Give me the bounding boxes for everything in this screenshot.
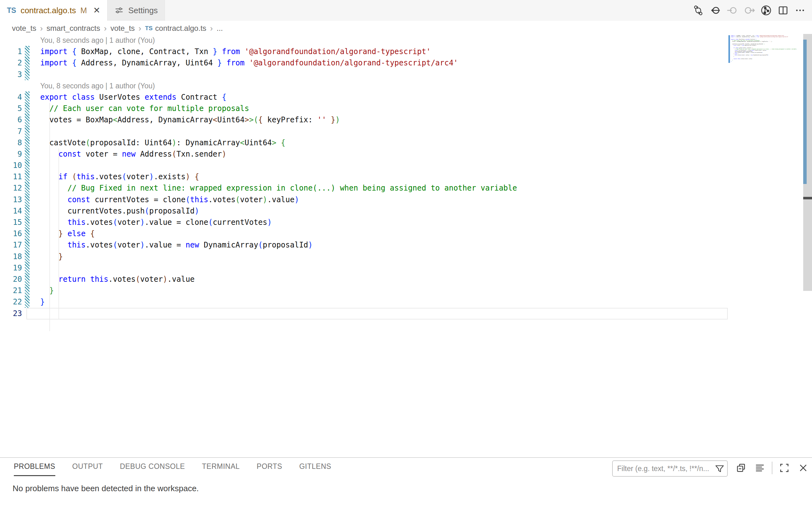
filter-funnel-icon <box>714 463 725 475</box>
panel-tab-problems[interactable]: PROBLEMS <box>14 462 55 476</box>
panel-tab-output[interactable]: OUTPUT <box>72 462 103 476</box>
line-number[interactable]: 13 <box>0 194 22 205</box>
problems-filter-input[interactable] <box>612 460 728 477</box>
line-number[interactable]: 11 <box>0 171 22 182</box>
view-as-table-icon[interactable] <box>753 461 767 475</box>
code-line-text: const currentVotes = clone(this.votes(vo… <box>40 194 299 205</box>
split-editor-icon[interactable] <box>777 4 789 17</box>
code-line-text: this.votes(voter).value = clone(currentV… <box>40 217 272 228</box>
code-line[interactable]: 5 // Each user can vote for multiple pro… <box>0 103 728 114</box>
line-number[interactable]: 23 <box>0 308 22 319</box>
code-line[interactable]: 2import { Address, DynamicArray, Uint64 … <box>0 57 728 68</box>
code-line[interactable]: 13 const currentVotes = clone(this.votes… <box>0 194 728 205</box>
tab-contract-algo-ts[interactable]: TS contract.algo.ts M ✕ <box>0 0 107 21</box>
code-line[interactable]: 18 } <box>0 251 728 262</box>
breadcrumb-item[interactable]: TScontract.algo.ts <box>145 24 206 33</box>
line-number[interactable]: 22 <box>0 296 22 307</box>
code-line[interactable]: 1import { BoxMap, clone, Contract, Txn }… <box>0 46 728 57</box>
breadcrumb-item[interactable]: vote_ts <box>110 24 134 33</box>
code-line[interactable]: 10 <box>0 160 728 171</box>
gitlens-blame-annotation[interactable]: You, 8 seconds ago | 1 author (You) <box>40 80 155 92</box>
problems-message: No problems have been detected in the wo… <box>13 484 199 494</box>
breadcrumb: vote_ts›smart_contracts›vote_ts›TScontra… <box>12 22 223 35</box>
code-line[interactable]: 16 } else { <box>0 228 728 239</box>
close-panel-icon[interactable] <box>796 461 810 475</box>
code-line[interactable]: 15 this.votes(voter).value = clone(curre… <box>0 217 728 228</box>
code-line-text: // Bug Fixed in next line: wrapped expre… <box>40 182 517 194</box>
code-line[interactable]: 6 votes = BoxMap<Address, DynamicArray<U… <box>0 114 728 125</box>
breadcrumb-item[interactable]: smart_contracts <box>46 24 100 33</box>
breadcrumb-separator: › <box>40 24 43 33</box>
commit-graph-icon[interactable] <box>760 4 772 17</box>
code-line[interactable]: 9 const voter = new Address(Txn.sender) <box>0 148 728 160</box>
bottom-panel: PROBLEMSOUTPUTDEBUG CONSOLETERMINALPORTS… <box>0 457 812 522</box>
gutter-diff-added-indicator <box>25 92 29 103</box>
gutter-diff-added-indicator <box>25 182 29 194</box>
code-line[interactable]: 22} <box>0 296 728 307</box>
previous-change-icon[interactable] <box>726 4 738 17</box>
minimap[interactable]: import { BoxMap, clone, Contract, Txn } … <box>731 35 801 67</box>
editor-tab-bar: TS contract.algo.ts M ✕ Settings <box>0 0 812 21</box>
code-line[interactable]: 11 if (this.votes(voter).exists) { <box>0 171 728 182</box>
panel-tab-terminal[interactable]: TERMINAL <box>202 462 240 476</box>
line-number[interactable]: 2 <box>0 57 22 68</box>
code-line-text: import { BoxMap, clone, Contract, Txn } … <box>40 46 431 57</box>
code-line-text: } <box>40 285 54 296</box>
code-line[interactable]: 12 // Bug Fixed in next line: wrapped ex… <box>0 182 728 194</box>
line-number[interactable]: 10 <box>0 160 22 171</box>
blame-annotation-row: You, 8 seconds ago | 1 author (You) <box>0 35 728 46</box>
line-number[interactable]: 17 <box>0 239 22 250</box>
panel-tab-gitlens[interactable]: GITLENS <box>299 462 331 476</box>
code-line[interactable]: 4export class UserVotes extends Contract… <box>0 92 728 103</box>
go-back-icon[interactable] <box>709 4 722 17</box>
code-line[interactable]: 20 return this.votes(voter).value <box>0 274 728 285</box>
breadcrumb-item[interactable]: ... <box>216 24 223 33</box>
line-number[interactable]: 12 <box>0 182 22 194</box>
code-line-text: } <box>40 296 45 307</box>
overview-ruler-added-decoration <box>803 40 807 184</box>
tab-settings[interactable]: Settings <box>107 0 165 21</box>
line-number[interactable]: 15 <box>0 217 22 228</box>
gutter-diff-added-indicator <box>25 228 29 239</box>
line-number[interactable]: 8 <box>0 137 22 148</box>
code-lines: You, 8 seconds ago | 1 author (You)1impo… <box>0 35 728 319</box>
line-number[interactable]: 5 <box>0 103 22 114</box>
code-line[interactable]: 3 <box>0 69 728 80</box>
compare-changes-icon[interactable] <box>692 4 705 17</box>
line-number[interactable]: 1 <box>0 46 22 57</box>
gutter-diff-added-indicator <box>25 103 29 114</box>
gutter-diff-added-indicator <box>25 262 29 274</box>
gutter-diff-added-indicator <box>25 137 29 148</box>
line-number[interactable]: 14 <box>0 205 22 217</box>
line-number[interactable]: 16 <box>0 228 22 239</box>
code-line[interactable]: 23 <box>0 308 728 319</box>
code-line[interactable]: 17 this.votes(voter).value = new Dynamic… <box>0 239 728 250</box>
next-change-icon[interactable] <box>743 4 755 17</box>
code-editor[interactable]: You, 8 seconds ago | 1 author (You)1impo… <box>0 35 812 457</box>
line-number[interactable]: 9 <box>0 148 22 160</box>
breadcrumb-item[interactable]: vote_ts <box>12 24 36 33</box>
line-number[interactable]: 19 <box>0 262 22 274</box>
line-number[interactable]: 7 <box>0 126 22 137</box>
code-line[interactable]: 14 currentVotes.push(proposalId) <box>0 205 728 217</box>
panel-actions <box>734 461 810 475</box>
line-number[interactable]: 4 <box>0 92 22 103</box>
maximize-panel-icon[interactable] <box>777 461 791 475</box>
code-line[interactable]: 8 castVote(proposalId: Uint64): DynamicA… <box>0 137 728 148</box>
code-line[interactable]: 21 } <box>0 285 728 296</box>
collapse-all-icon[interactable] <box>734 461 748 475</box>
more-actions-icon[interactable] <box>794 4 806 17</box>
code-line[interactable]: 7 <box>0 126 728 137</box>
code-line-text: votes = BoxMap<Address, DynamicArray<Uin… <box>40 114 340 125</box>
panel-tab-debug-console[interactable]: DEBUG CONSOLE <box>120 462 185 476</box>
line-number[interactable]: 6 <box>0 114 22 125</box>
panel-tab-ports[interactable]: PORTS <box>257 462 282 476</box>
gitlens-blame-annotation[interactable]: You, 8 seconds ago | 1 author (You) <box>40 35 155 46</box>
code-line[interactable]: 19 <box>0 262 728 274</box>
close-tab-icon[interactable]: ✕ <box>93 5 101 15</box>
line-number[interactable]: 20 <box>0 274 22 285</box>
line-number[interactable]: 18 <box>0 251 22 262</box>
code-line-text: } <box>40 251 63 262</box>
line-number[interactable]: 3 <box>0 69 22 80</box>
line-number[interactable]: 21 <box>0 285 22 296</box>
